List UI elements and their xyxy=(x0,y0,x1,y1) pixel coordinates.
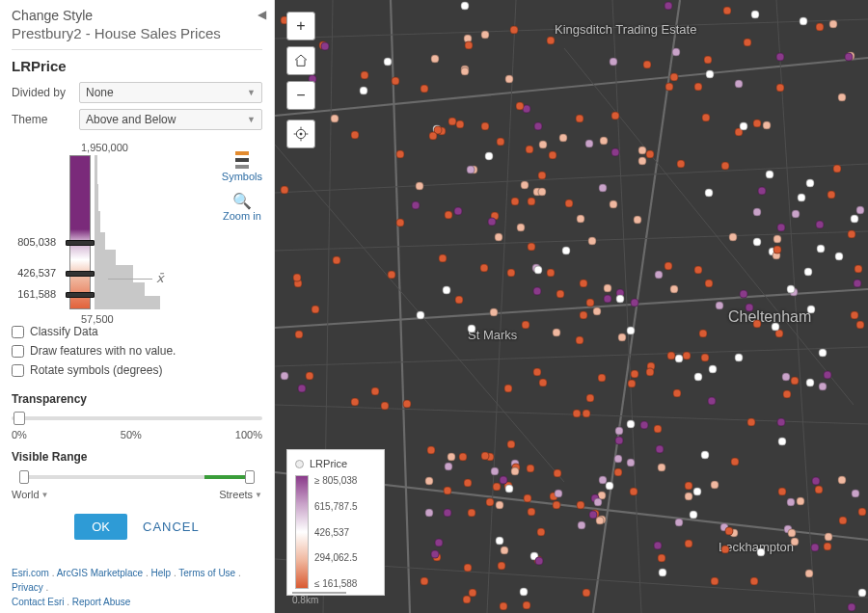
data-point xyxy=(833,165,842,173)
rotate-checkbox[interactable] xyxy=(12,364,24,377)
data-point xyxy=(576,336,584,345)
home-button[interactable] xyxy=(286,46,315,75)
ramp-handle-lower[interactable] xyxy=(66,292,95,298)
footer-link[interactable]: Terms of Use xyxy=(178,568,235,578)
data-point xyxy=(600,137,609,146)
footer-link[interactable]: Esri.com xyxy=(12,568,49,578)
data-point xyxy=(360,87,368,95)
panel-title: Change Style xyxy=(12,8,262,23)
data-point xyxy=(685,482,693,491)
data-point xyxy=(856,206,865,215)
data-point xyxy=(838,476,847,485)
data-point xyxy=(776,53,785,62)
data-point xyxy=(517,224,526,232)
map-canvas[interactable]: Kingsditch Trading Estate St Marks Chelt… xyxy=(275,0,868,613)
data-point xyxy=(490,308,499,317)
data-point xyxy=(486,498,495,507)
footer-link[interactable]: Privacy xyxy=(12,582,43,593)
locate-button[interactable] xyxy=(286,120,315,148)
data-point xyxy=(351,398,360,407)
visible-range-slider[interactable] xyxy=(12,467,262,487)
symbols-link-text: Symbols xyxy=(222,171,262,182)
data-point xyxy=(604,284,612,293)
transparency-slider[interactable] xyxy=(12,410,262,427)
svg-line-5 xyxy=(275,164,868,193)
data-point xyxy=(694,83,703,92)
data-point xyxy=(444,509,452,518)
data-point xyxy=(388,271,396,280)
data-point xyxy=(491,467,500,476)
zoom-out-button[interactable]: − xyxy=(286,81,315,110)
data-point xyxy=(371,387,380,396)
data-point xyxy=(693,488,702,496)
legend-title: LRPrice xyxy=(310,458,347,469)
data-point xyxy=(638,157,647,166)
data-point xyxy=(392,77,400,86)
data-point xyxy=(778,488,787,496)
data-point xyxy=(534,122,543,131)
zoom-in-button[interactable]: + xyxy=(286,12,315,40)
symbols-link[interactable]: Symbols xyxy=(222,151,262,182)
data-point xyxy=(396,219,405,227)
place-label-kingsditch: Kingsditch Trading Estate xyxy=(555,23,641,37)
footer-link[interactable]: Contact Esri xyxy=(12,597,64,607)
theme-dropdown[interactable]: Above and Below ▼ xyxy=(79,109,262,130)
novalue-checkbox[interactable] xyxy=(12,345,24,358)
color-ramp[interactable] xyxy=(69,155,91,309)
data-point xyxy=(306,372,314,381)
data-point xyxy=(614,455,623,464)
data-point xyxy=(778,438,787,446)
data-point xyxy=(615,437,624,445)
zoom-in-link[interactable]: 🔍 Zoom in xyxy=(222,192,262,222)
data-point xyxy=(588,237,597,246)
data-point xyxy=(454,207,463,216)
data-point xyxy=(740,122,748,131)
collapse-panel-icon[interactable]: ◀ xyxy=(258,8,266,21)
svg-line-9 xyxy=(487,0,516,613)
theme-value: Above and Below xyxy=(86,113,176,126)
data-point xyxy=(431,55,440,64)
range-max-dropdown[interactable]: Streets ▼ xyxy=(219,489,262,500)
data-point xyxy=(634,216,642,225)
data-point xyxy=(281,372,289,381)
data-point xyxy=(611,112,620,120)
data-point xyxy=(481,452,490,461)
data-point xyxy=(708,397,717,406)
data-point xyxy=(744,39,752,47)
classify-checkbox[interactable] xyxy=(12,326,24,338)
locate-icon xyxy=(293,126,309,142)
data-point xyxy=(643,61,652,69)
ramp-handle-upper[interactable] xyxy=(66,240,95,246)
data-point xyxy=(773,235,782,244)
data-point xyxy=(815,486,824,494)
data-point xyxy=(667,352,676,360)
cancel-button[interactable]: CANCEL xyxy=(143,514,200,540)
data-point xyxy=(750,577,759,586)
footer-link[interactable]: Help xyxy=(151,568,172,578)
data-point xyxy=(534,266,543,275)
data-point xyxy=(848,603,856,612)
data-point xyxy=(455,296,464,305)
hist-max-label: 1,950,000 xyxy=(81,142,128,153)
data-point xyxy=(461,2,470,11)
transparency-heading: Transparency xyxy=(12,392,262,406)
histogram-ramp: 1,950,000 57,500 805,038 426,537 161,588… xyxy=(12,142,262,325)
data-point xyxy=(573,410,582,418)
data-point xyxy=(381,402,390,411)
divided-by-dropdown[interactable]: None ▼ xyxy=(79,82,262,103)
histogram-bars xyxy=(95,155,181,309)
range-min-dropdown[interactable]: World ▼ xyxy=(12,489,48,500)
data-point xyxy=(646,150,655,159)
data-point xyxy=(485,152,494,161)
footer-link[interactable]: ArcGIS Marketplace xyxy=(57,568,143,578)
data-point xyxy=(751,11,760,19)
data-point xyxy=(420,577,429,586)
footer-link[interactable]: Report Abuse xyxy=(72,597,131,607)
data-point xyxy=(851,311,859,320)
data-point xyxy=(725,527,734,536)
ramp-handle-mid[interactable] xyxy=(66,271,95,277)
data-point xyxy=(659,569,667,577)
data-point xyxy=(351,131,360,140)
data-point xyxy=(480,264,489,273)
ok-button[interactable]: OK xyxy=(74,514,127,540)
